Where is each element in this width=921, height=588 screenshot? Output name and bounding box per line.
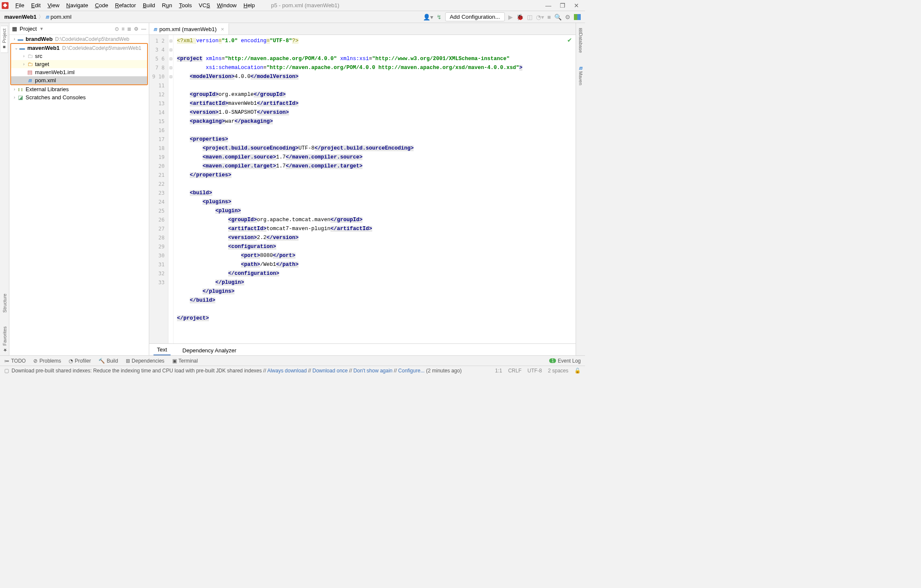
coverage-button[interactable]: ◫ (527, 14, 533, 20)
search-icon[interactable]: 🔍 (554, 14, 562, 20)
editor-tab-label: pom.xml (mavenWeb1) (159, 26, 217, 32)
breadcrumb-file[interactable]: m pom.xml (46, 14, 72, 20)
lock-icon[interactable]: 🔓 (574, 368, 581, 374)
build-hammer-icon[interactable]: ↯ (437, 14, 442, 20)
minimize-button[interactable]: — (545, 2, 551, 9)
tree-node-iml[interactable]: ▤ mavenWeb1.iml (11, 68, 147, 76)
run-config-button[interactable]: Add Configuration... (445, 12, 505, 21)
expand-icon[interactable]: ≡ (122, 26, 125, 32)
project-panel-header: ▦ Project ▼ ⊙ ≡ ≣ ⚙ — (9, 23, 149, 35)
module-icon: ▬ (17, 36, 24, 42)
folder-icon: 🗀 (26, 53, 33, 59)
status-link-configure[interactable]: Configure... (398, 368, 425, 374)
tree-label: mavenWeb1.iml (35, 69, 75, 75)
status-link-once[interactable]: Download once (313, 368, 348, 374)
menu-build[interactable]: Build (139, 1, 159, 9)
project-panel-title[interactable]: Project (20, 26, 37, 32)
bottom-tab-text[interactable]: Text (154, 345, 171, 355)
project-view-dropdown[interactable]: ▼ (39, 26, 43, 31)
menu-file[interactable]: File (12, 1, 28, 9)
run-anything-icon[interactable] (574, 14, 581, 20)
maximize-button[interactable]: ❐ (560, 2, 565, 9)
left-tab-structure[interactable]: Structure (1, 291, 8, 315)
status-icon[interactable]: ▢ (4, 368, 9, 374)
menu-navigate[interactable]: Navigate (63, 1, 91, 9)
right-tab-database[interactable]: 🗄Database (577, 26, 584, 55)
menu-refactor[interactable]: Refactor (112, 1, 139, 9)
tree-node-mavenweb1[interactable]: ⌄ ▬ mavenWeb1 D:\Code\ideaCode\p5\mavenW… (11, 44, 147, 52)
code-content[interactable]: <?xml version="1.0" encoding="UTF-8"?> <… (174, 35, 576, 343)
fold-gutter[interactable]: ⊟ ⊟ ⊟ ⊟ ⊟ (168, 35, 174, 343)
profile-button[interactable]: ◔▾ (536, 14, 544, 20)
tree-label: brandWeb (26, 36, 52, 42)
right-tab-maven[interactable]: mMaven (577, 62, 584, 88)
bottom-tab-dependency-analyzer[interactable]: Dependency Analyzer (179, 346, 240, 355)
tool-problems[interactable]: ⊘ Problems (33, 358, 61, 364)
tree-node-target[interactable]: › 🗀 target (11, 60, 147, 68)
menu-help[interactable]: Help (240, 1, 258, 9)
editor-bottom-tabs: Text Dependency Analyzer (149, 343, 576, 355)
tree-label: target (35, 61, 49, 67)
stop-button[interactable]: ■ (547, 14, 551, 20)
left-tab-project[interactable]: ■Project (1, 26, 8, 53)
caret-position[interactable]: 1:1 (495, 368, 502, 374)
event-badge: 1 (549, 358, 556, 363)
collapse-icon[interactable]: ≣ (127, 26, 131, 32)
tree-node-scratches[interactable]: › ◪ Scratches and Consoles (9, 93, 149, 101)
tree-label: mavenWeb1 (27, 45, 60, 51)
tool-terminal[interactable]: ▣ Terminal (172, 358, 198, 364)
editor-body[interactable]: 1 2 3 4 5 6 7 8 9 10 11 12 13 14 15 16 1… (149, 35, 576, 343)
line-ending[interactable]: CRLF (508, 368, 521, 374)
maven-file-icon: m (46, 14, 49, 20)
user-icon[interactable]: 👤▾ (423, 14, 433, 20)
line-number-gutter: 1 2 3 4 5 6 7 8 9 10 11 12 13 14 15 16 1… (149, 35, 168, 343)
locate-icon[interactable]: ⊙ (115, 26, 119, 32)
editor-tab-pom[interactable]: m pom.xml (mavenWeb1) × (149, 23, 229, 35)
status-bar: ▢ Download pre-built shared indexes: Red… (0, 366, 585, 375)
tree-label: src (35, 53, 42, 59)
breadcrumb-project[interactable]: mavenWeb1 (4, 14, 37, 20)
menu-view[interactable]: View (44, 1, 63, 9)
project-panel: ▦ Project ▼ ⊙ ≡ ≣ ⚙ — › ▬ brandWeb D:\Co… (9, 23, 149, 355)
status-link-dont[interactable]: Don't show again (353, 368, 393, 374)
tool-profiler[interactable]: ◔ Profiler (69, 358, 91, 364)
maven-file-icon: m (26, 77, 33, 84)
tool-event-log[interactable]: Event Log (558, 358, 581, 364)
close-button[interactable]: ✕ (574, 2, 579, 9)
menu-run[interactable]: Run (159, 1, 176, 9)
menu-edit[interactable]: Edit (28, 1, 44, 9)
window-title: p5 - pom.xml (mavenWeb1) (271, 2, 339, 9)
status-link-always[interactable]: Always download (267, 368, 307, 374)
project-view-icon: ▦ (12, 26, 17, 32)
menu-vcs[interactable]: VCS (195, 1, 214, 9)
menu-code[interactable]: Code (92, 1, 112, 9)
menu-window[interactable]: Window (214, 1, 240, 9)
menubar: File Edit View Navigate Code Refactor Bu… (0, 0, 585, 11)
menu-tools[interactable]: Tools (176, 1, 195, 9)
tool-todo[interactable]: ≔ TODO (4, 358, 26, 364)
inspection-ok-icon[interactable]: ✔ (567, 37, 572, 43)
indent-setting[interactable]: 2 spaces (548, 368, 568, 374)
editor-tabs: m pom.xml (mavenWeb1) × (149, 23, 576, 35)
debug-button[interactable]: 🐞 (516, 14, 524, 20)
app-icon (2, 2, 9, 9)
status-message: Download pre-built shared indexes: Reduc… (12, 368, 462, 374)
left-tab-favorites[interactable]: ★Favorites (1, 324, 8, 355)
close-tab-icon[interactable]: × (221, 26, 224, 32)
project-tree: › ▬ brandWeb D:\Code\ideaCode\p5\brandWe… (9, 35, 149, 355)
hide-panel-icon[interactable]: — (141, 26, 146, 32)
tree-node-external-libraries[interactable]: › ⫾⫾ External Libraries (9, 85, 149, 93)
tool-build[interactable]: 🔨 Build (98, 358, 118, 364)
tree-node-brandweb[interactable]: › ▬ brandWeb D:\Code\ideaCode\p5\brandWe… (9, 35, 149, 43)
settings-icon[interactable]: ⚙ (565, 14, 571, 20)
tool-dependencies[interactable]: ⊞ Dependencies (126, 358, 165, 364)
run-button[interactable]: ▶ (508, 14, 513, 20)
tree-label: pom.xml (35, 77, 56, 84)
tree-node-pom[interactable]: m pom.xml (11, 76, 147, 84)
tree-path: D:\Code\ideaCode\p5\mavenWeb1 (62, 45, 142, 51)
tree-label: Scratches and Consoles (26, 94, 86, 101)
tree-node-src[interactable]: › 🗀 src (11, 52, 147, 60)
panel-settings-icon[interactable]: ⚙ (134, 26, 139, 32)
file-encoding[interactable]: UTF-8 (527, 368, 542, 374)
right-tool-gutter: 🗄Database mMaven (576, 23, 585, 355)
